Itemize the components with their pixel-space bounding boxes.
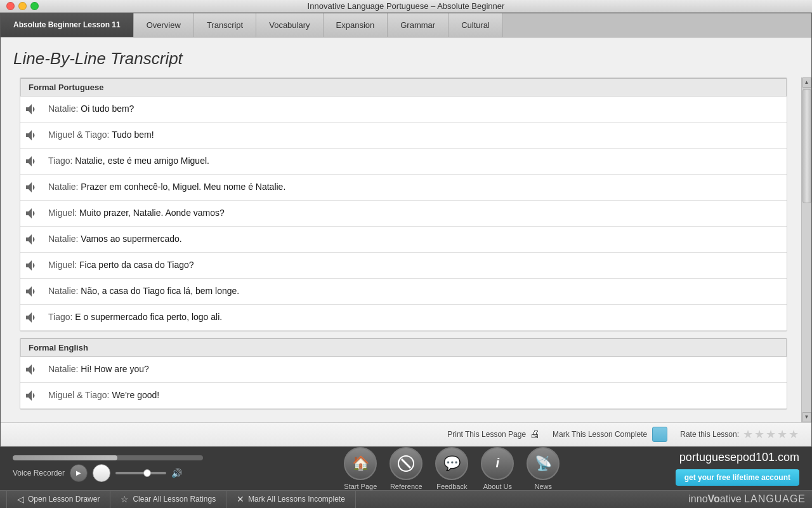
drawer-icon: ◁ (17, 494, 24, 504)
mark-incomplete-button[interactable]: ✕ Mark All Lessons Incomplete (226, 491, 356, 508)
start-page-icon: 🏠 (344, 447, 377, 480)
transcript-line-9: Tiago: E o supermercado fica perto, logo… (48, 311, 222, 324)
volume-slider[interactable] (115, 472, 166, 474)
feedback-label: Feedback (436, 483, 467, 490)
star-5[interactable]: ★ (789, 427, 799, 441)
bottom-logo: innoVoative LANGUAGE (688, 493, 806, 505)
transcript-section-english: Formal English Natalie: Hi! How are you? (20, 338, 787, 410)
feedback-icon: 💬 (435, 447, 468, 480)
tab-cultural[interactable]: Cultural (449, 13, 503, 37)
play-audio-button[interactable] (23, 257, 41, 274)
scroll-up-button[interactable]: ▲ (802, 77, 811, 88)
transcript-row: Natalie: Prazer em conhecê-lo, Miguel. M… (20, 175, 787, 201)
transcript-row: Tiago: E o supermercado fica perto, logo… (20, 305, 787, 331)
complete-checkbox[interactable] (652, 427, 667, 442)
transcript-row: Natalie: Vamos ao supermercado. (20, 227, 787, 253)
traffic-lights (6, 2, 39, 10)
record-button[interactable] (93, 464, 110, 482)
open-lesson-drawer-button[interactable]: ◁ Open Lesson Drawer (6, 491, 110, 508)
rate-label: Rate this Lesson: (680, 430, 739, 439)
tab-transcript[interactable]: Transcript (194, 13, 256, 37)
bottom-toolbar: ◁ Open Lesson Drawer ☆ Clear All Lesson … (0, 490, 812, 508)
play-audio-button[interactable] (23, 309, 41, 326)
brand-cta-button[interactable]: get your free lifetime account (676, 469, 799, 486)
play-audio-button[interactable] (23, 100, 41, 118)
reference-label: Reference (390, 483, 422, 490)
transcript-scroll[interactable]: Formal Portuguese Natalie: Oi tudo bem? (1, 77, 806, 422)
nav-start-page[interactable]: 🏠 Start Page (344, 447, 377, 490)
star-4[interactable]: ★ (777, 427, 787, 441)
nav-icons: 🏠 Start Page Reference 💬 Feedback i Abou… (344, 447, 560, 490)
play-audio-button[interactable] (23, 152, 41, 170)
tab-grammar[interactable]: Grammar (388, 13, 449, 37)
transcript-line-3: Tiago: Natalie, este é meu amigo Miguel. (48, 155, 209, 168)
minimize-button[interactable] (18, 2, 27, 10)
transcript-row: Miguel: Fica perto da casa do Tiago? (20, 253, 787, 279)
tab-lesson[interactable]: Absolute Beginner Lesson 11 (1, 13, 134, 37)
transcript-row: Natalie: Hi! How are you? (20, 357, 787, 383)
scroll-down-button[interactable]: ▼ (802, 412, 811, 422)
volume-icon: 🔊 (171, 468, 182, 478)
start-page-label: Start Page (344, 483, 377, 490)
section-header-portuguese: Formal Portuguese (20, 78, 787, 97)
transcript-row: Miguel & Tiago: We're good! (20, 383, 787, 409)
about-us-icon: i (481, 447, 514, 480)
news-icon: 📡 (527, 447, 560, 480)
clear-ratings-label: Clear All Lesson Ratings (133, 495, 216, 504)
scroll-thumb[interactable] (802, 89, 811, 203)
nav-feedback[interactable]: 💬 Feedback (435, 447, 468, 490)
mark-complete-label: Mark This Lesson Complete (553, 430, 647, 439)
star-3[interactable]: ★ (766, 427, 776, 441)
star-2[interactable]: ★ (754, 427, 764, 441)
print-lesson-button[interactable]: Print This Lesson Page 🖨 (447, 429, 540, 440)
transcript-line-5: Miguel: Muito prazer, Natalie. Aonde vam… (48, 207, 225, 220)
lesson-bar: Print This Lesson Page 🖨 Mark This Lesso… (1, 422, 811, 446)
play-audio-button[interactable] (23, 204, 41, 222)
play-audio-button[interactable] (23, 231, 41, 248)
volume-thumb[interactable] (143, 469, 151, 477)
titlebar: Innovative Language Portuguese – Absolut… (0, 0, 812, 13)
transcript-row: Miguel: Muito prazer, Natalie. Aonde vam… (20, 201, 787, 227)
play-button[interactable]: ▶ (70, 464, 88, 482)
svg-line-1 (402, 459, 410, 468)
voice-recorder-label: Voice Recorder (13, 469, 65, 478)
close-button[interactable] (6, 2, 15, 10)
transcript-line-10: Natalie: Hi! How are you? (48, 363, 149, 376)
tab-overview[interactable]: Overview (134, 13, 194, 37)
star-rating[interactable]: ★ ★ ★ ★ ★ (743, 427, 799, 441)
tab-expansion[interactable]: Expansion (324, 13, 388, 37)
main-window: Absolute Beginner Lesson 11 Overview Tra… (0, 13, 812, 447)
play-audio-button[interactable] (23, 361, 41, 378)
transcript-row: Miguel & Tiago: Tudo bem! (20, 123, 787, 149)
transcript-line-2: Miguel & Tiago: Tudo bem! (48, 129, 154, 142)
play-audio-button[interactable] (23, 178, 41, 196)
transcript-line-6: Natalie: Vamos ao supermercado. (48, 233, 182, 246)
play-audio-button[interactable] (23, 126, 41, 144)
tab-bar: Absolute Beginner Lesson 11 Overview Tra… (1, 13, 811, 37)
nav-reference[interactable]: Reference (390, 447, 422, 490)
nav-news[interactable]: 📡 News (527, 447, 560, 490)
mark-complete-button[interactable]: Mark This Lesson Complete (553, 427, 667, 442)
page-title: Line-By-Line Transcript (1, 37, 811, 77)
star-1[interactable]: ★ (743, 427, 753, 441)
star-icon: ☆ (121, 494, 129, 504)
transcript-row: Natalie: Não, a casa do Tiago fica lá, b… (20, 279, 787, 305)
audio-progress-bar[interactable] (13, 455, 203, 460)
rate-lesson: Rate this Lesson: ★ ★ ★ ★ ★ (680, 427, 799, 441)
play-audio-button[interactable] (23, 283, 41, 300)
x-icon: ✕ (237, 494, 244, 504)
maximize-button[interactable] (30, 2, 39, 10)
transcript-line-4: Natalie: Prazer em conhecê-lo, Miguel. M… (48, 181, 285, 194)
scrollbar[interactable]: ▲ ▼ (801, 77, 811, 422)
play-audio-button[interactable] (23, 387, 41, 404)
open-lesson-drawer-label: Open Lesson Drawer (28, 495, 100, 504)
clear-ratings-button[interactable]: ☆ Clear All Lesson Ratings (110, 491, 226, 508)
about-us-label: About Us (483, 483, 512, 490)
print-label: Print This Lesson Page (447, 430, 526, 439)
transcript-line-7: Miguel: Fica perto da casa do Tiago? (48, 259, 194, 272)
transcript-line-1: Natalie: Oi tudo bem? (48, 103, 134, 116)
transcript-line-8: Natalie: Não, a casa do Tiago fica lá, b… (48, 285, 239, 298)
nav-about-us[interactable]: i About Us (481, 447, 514, 490)
brand-name: portuguesepod101.com (679, 451, 799, 464)
tab-vocabulary[interactable]: Vocabulary (256, 13, 323, 37)
